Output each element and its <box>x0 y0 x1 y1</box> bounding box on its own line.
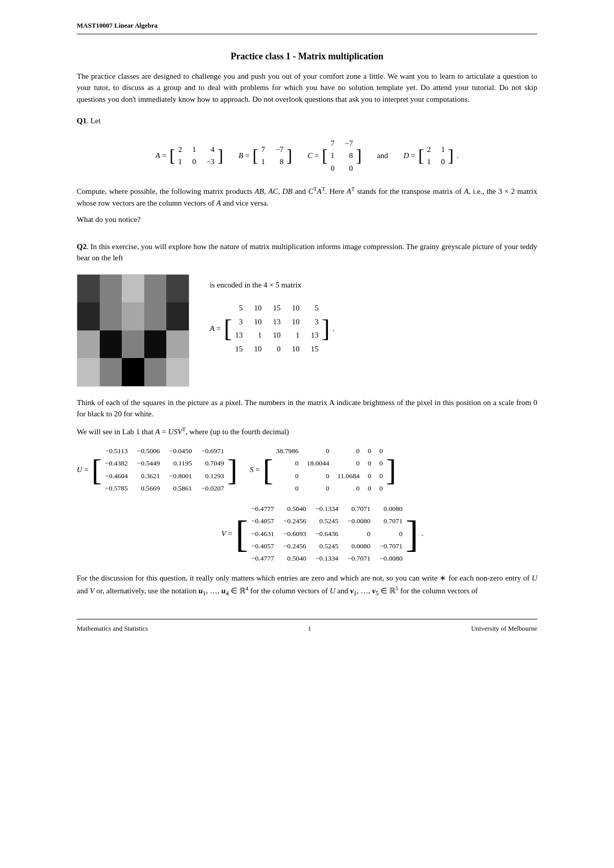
cell: 0 <box>336 483 360 494</box>
matrix-A-expr: A = [ 2 1 4 1 0 −3 ] <box>156 142 223 169</box>
matrix-V-wrap: [ −0.4777 0.5040 −0.1334 0.7071 0.0080 −… <box>235 502 419 565</box>
cell: 0.5245 <box>314 516 339 527</box>
cell: 5 <box>234 302 244 315</box>
matrix-B-wrap: [ 7 −7 1 8 ] <box>253 142 292 169</box>
matrix-V-expr: V = [ −0.4777 0.5040 −0.1334 0.7071 0.00… <box>222 502 424 565</box>
cell: 10 <box>291 302 300 315</box>
q2-layout: is encoded in the 4 × 5 matrix A = [ 5 1… <box>77 274 537 387</box>
cell: 38.7986 <box>275 446 300 457</box>
cell: 7 <box>330 137 336 150</box>
cell: −0.2456 <box>282 516 308 527</box>
bracket-left-S: [ <box>263 455 273 485</box>
pixel-cell <box>77 330 100 359</box>
cell: 15 <box>310 343 319 355</box>
matrix-A-wrap: [ 2 1 4 1 0 −3 ] <box>169 142 223 169</box>
cell: 0 <box>379 458 384 469</box>
cell: −0.6436 <box>314 528 339 540</box>
cell: −0.4057 <box>250 541 275 552</box>
pixel-cell <box>77 302 100 330</box>
matrix-C-grid: 7 −7 1 8 0 0 <box>327 136 356 176</box>
pixel-cell <box>144 302 167 330</box>
matrix-A-q2-wrap: [ 5 10 15 10 5 3 10 13 10 <box>224 301 330 356</box>
bracket-left-A: [ <box>169 147 175 164</box>
cell: 2 <box>177 143 183 156</box>
matrix-S-wrap: [ 38.7986 0 0 0 0 0 18.0044 0 0 0 0 0 <box>263 444 397 495</box>
cell: 11.0684 <box>336 471 360 482</box>
page-title: Practice class 1 - Matrix multiplication <box>77 50 537 63</box>
cell: −0.4777 <box>250 503 275 515</box>
cell: −7 <box>344 137 354 150</box>
cell: 1 <box>426 155 432 168</box>
cell: −0.4777 <box>250 553 275 564</box>
cell: −0.4057 <box>250 516 275 527</box>
matrix-U-grid: −0.5113 −0.5006 −0.0450 −0.6971 −0.4382 … <box>102 444 227 495</box>
q1-notice: What do you notice? <box>77 214 537 226</box>
cell: 0 <box>367 446 372 457</box>
matrix-D-label: D = <box>403 150 415 162</box>
pixel-cell <box>166 358 189 386</box>
cell: 0 <box>379 471 384 482</box>
bracket-right-S: ] <box>386 455 396 485</box>
cell: 0 <box>440 155 446 168</box>
bracket-left-V: [ <box>235 515 248 553</box>
pixel-cell <box>100 330 122 359</box>
cell: 0.7071 <box>379 516 404 527</box>
cell: 0 <box>367 483 372 494</box>
cell: 0.5861 <box>168 483 193 494</box>
bracket-right-C: ] <box>356 147 362 164</box>
cell: 0 <box>272 343 281 355</box>
cell: 0 <box>275 471 300 482</box>
q2-label: Q2 <box>77 242 86 251</box>
q1-matrices: A = [ 2 1 4 1 0 −3 ] B = <box>77 136 537 176</box>
cell: 0 <box>306 483 331 494</box>
cell: 13 <box>272 316 281 328</box>
bracket-left-D: [ <box>418 147 424 164</box>
cell: 5 <box>310 302 319 315</box>
matrix-V-grid: −0.4777 0.5040 −0.1334 0.7071 0.0080 −0.… <box>248 502 406 565</box>
cell: 10 <box>253 316 262 328</box>
cell: 0 <box>275 458 300 469</box>
pixel-cell <box>77 275 100 303</box>
cell: −0.7071 <box>346 553 371 564</box>
q1-instruction: Compute, where possible, the following m… <box>77 185 537 209</box>
cell: −0.0207 <box>200 483 225 494</box>
bracket-right-Aq2: ] <box>321 316 330 341</box>
matrix-U-expr: U = [ −0.5113 −0.5006 −0.0450 −0.6971 −0… <box>77 444 237 495</box>
cell: −7 <box>274 143 284 156</box>
bracket-left-Aq2: [ <box>224 316 232 341</box>
cell: 15 <box>234 343 244 355</box>
cell: 10 <box>272 329 281 342</box>
cell: 13 <box>234 329 244 342</box>
svd-row-US: U = [ −0.5113 −0.5006 −0.0450 −0.6971 −0… <box>77 444 537 495</box>
pixel-cell <box>100 302 122 330</box>
q2-think: Think of each of the squares in the pict… <box>77 397 537 420</box>
bracket-right-B: ] <box>287 147 292 164</box>
cell: 0.5669 <box>136 483 161 494</box>
period-V: . <box>422 528 424 540</box>
cell: 0.1293 <box>200 471 225 482</box>
intro-paragraph: The practice classes are designed to cha… <box>77 71 537 105</box>
pixel-image <box>77 274 189 387</box>
cell: −0.6093 <box>282 528 308 540</box>
cell: 0 <box>306 446 331 457</box>
pixel-cell <box>122 358 144 386</box>
bracket-left-B: [ <box>253 147 258 164</box>
and-text: and <box>377 150 388 162</box>
pixel-cell <box>166 275 189 303</box>
matrix-A-grid: 2 1 4 1 0 −3 <box>175 142 217 169</box>
cell: 4 <box>205 143 215 156</box>
pixel-cell <box>166 302 189 330</box>
cell: −0.5449 <box>136 458 161 469</box>
pixel-cell <box>144 358 167 386</box>
matrix-A-label: A = <box>156 150 166 162</box>
pixel-cell <box>122 275 144 303</box>
bracket-right-D: ] <box>448 147 453 164</box>
cell: 10 <box>291 343 300 355</box>
cell: 0 <box>330 162 336 175</box>
pixel-cell <box>100 275 122 303</box>
cell: 1 <box>260 155 267 168</box>
cell: 1 <box>253 329 262 342</box>
matrix-D-grid: 2 1 1 0 <box>424 142 448 169</box>
cell: 1 <box>177 155 183 168</box>
matrix-C-expr: C = [ 7 −7 1 8 0 0 ] <box>308 136 362 176</box>
